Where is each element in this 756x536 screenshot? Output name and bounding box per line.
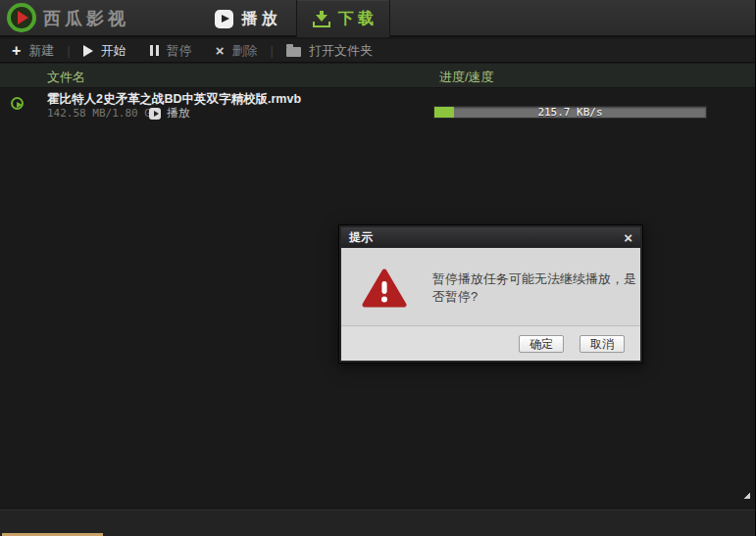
column-progress: 进度/速度 bbox=[439, 69, 494, 86]
app-window: 西瓜影视 播 放 下 载 + 新建 | 开始 暂停 × 删除 bbox=[0, 0, 756, 536]
status-bar bbox=[0, 510, 756, 536]
close-icon: × bbox=[216, 43, 225, 58]
pause-button[interactable]: 暂停 bbox=[150, 42, 192, 60]
dialog-message: 暂停播放任务可能无法继续播放，是否暂停? bbox=[432, 270, 640, 306]
column-filename: 文件名 bbox=[47, 69, 85, 86]
open-folder-button[interactable]: 打开文件夹 bbox=[286, 42, 373, 60]
ok-button[interactable]: 确定 bbox=[519, 335, 564, 353]
play-badge-icon bbox=[149, 108, 161, 120]
resize-grip-icon[interactable] bbox=[742, 493, 750, 499]
folder-icon bbox=[286, 47, 301, 57]
start-button[interactable]: 开始 bbox=[83, 42, 126, 60]
cancel-button[interactable]: 取消 bbox=[580, 335, 625, 353]
warning-icon bbox=[362, 268, 407, 308]
progress-bar: 215.7 KB/s bbox=[433, 106, 707, 119]
pause-icon bbox=[150, 45, 159, 56]
toolbar-separator: | bbox=[67, 43, 70, 58]
download-icon bbox=[313, 11, 330, 27]
new-task-button[interactable]: + 新建 bbox=[12, 42, 54, 60]
dialog-footer: 确定 取消 bbox=[341, 325, 640, 361]
tab-play[interactable]: 播 放 bbox=[206, 0, 286, 37]
toolbar-separator: | bbox=[271, 43, 274, 58]
row-play-icon[interactable] bbox=[11, 97, 24, 110]
list-header: 文件名 进度/速度 bbox=[0, 64, 756, 88]
toolbar: + 新建 | 开始 暂停 × 删除 | 打开文件夹 bbox=[0, 39, 756, 63]
tab-play-label: 播 放 bbox=[241, 9, 277, 29]
tab-download[interactable]: 下 载 bbox=[296, 0, 390, 37]
play-icon bbox=[83, 45, 93, 57]
play-badge-icon bbox=[215, 10, 233, 28]
table-row[interactable]: 霍比特人2史矛革之战BD中英双字精校版.rmvb 142.58 MB/1.80 … bbox=[0, 89, 756, 124]
dialog-content: 暂停播放任务可能无法继续播放，是否暂停? bbox=[341, 248, 640, 327]
pause-confirm-dialog: 提示 × 暂停播放任务可能无法继续播放，是否暂停? 确定 取消 bbox=[338, 224, 643, 364]
dialog-title: 提示 bbox=[349, 229, 624, 246]
row-play-button[interactable]: 播放 bbox=[149, 105, 190, 122]
dialog-body: 暂停播放任务可能无法继续播放，是否暂停? 确定 取消 bbox=[341, 248, 640, 361]
topbar: 西瓜影视 播 放 下 载 bbox=[0, 0, 756, 37]
plus-icon: + bbox=[12, 43, 21, 59]
dialog-titlebar: 提示 × bbox=[341, 227, 640, 248]
tab-download-label: 下 载 bbox=[338, 9, 374, 29]
file-size: 142.58 MB/1.80 GB bbox=[47, 107, 158, 120]
app-logo-icon bbox=[7, 3, 36, 32]
delete-button[interactable]: × 删除 bbox=[216, 42, 258, 60]
app-title: 西瓜影视 bbox=[43, 0, 129, 37]
download-speed: 215.7 KB/s bbox=[434, 107, 706, 118]
close-icon[interactable]: × bbox=[624, 230, 632, 245]
